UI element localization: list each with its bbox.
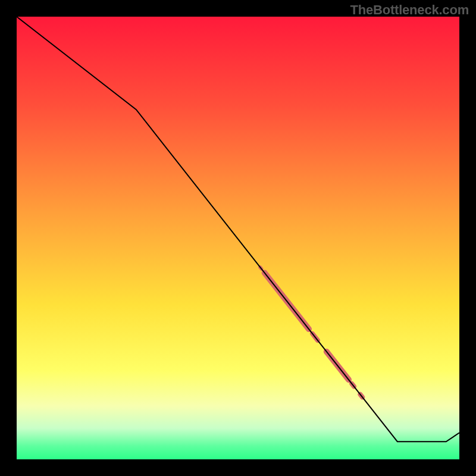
watermark-text: TheBottleneck.com	[350, 2, 469, 18]
chart-overlay	[17, 17, 459, 459]
data-series-curve	[17, 17, 459, 441]
chart-plot-area	[17, 17, 459, 459]
